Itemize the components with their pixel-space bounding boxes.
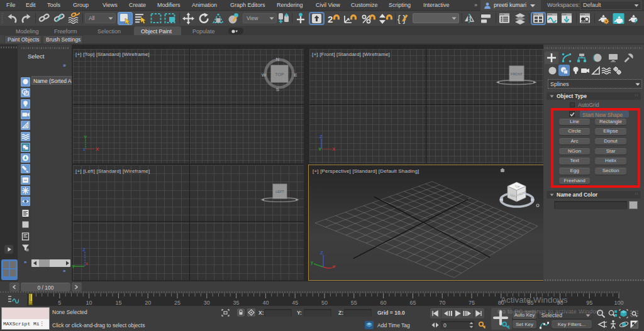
- svg-text:z: z: [83, 147, 86, 151]
- svg-text:TOP: TOP: [275, 72, 284, 77]
- svg-text:100: 100: [614, 300, 623, 306]
- svg-text:E: E: [294, 72, 297, 78]
- svg-text:X: X: [96, 146, 99, 152]
- svg-text:Y: Y: [318, 146, 322, 152]
- svg-text:45: 45: [292, 300, 298, 306]
- svg-text:55: 55: [351, 300, 357, 306]
- svg-text:75: 75: [469, 300, 475, 306]
- svg-text:Y: Y: [84, 134, 87, 140]
- svg-text:2: 2: [328, 14, 333, 24]
- svg-text:S: S: [276, 87, 280, 92]
- svg-text:25: 25: [174, 300, 180, 306]
- svg-text:50: 50: [321, 300, 328, 306]
- svg-text:Z: Z: [319, 134, 323, 139]
- svg-text:35: 35: [233, 300, 240, 306]
- svg-text:Z: Z: [320, 250, 323, 256]
- svg-text:65: 65: [409, 300, 416, 306]
- svg-text:5: 5: [58, 300, 61, 306]
- svg-text:30: 30: [204, 300, 210, 306]
- svg-text:20: 20: [145, 300, 151, 306]
- svg-text:15: 15: [115, 300, 121, 306]
- svg-text:10: 10: [86, 300, 92, 306]
- svg-text:W: W: [262, 72, 267, 78]
- svg-text:y: y: [311, 260, 313, 265]
- svg-text:N: N: [276, 57, 280, 62]
- svg-text:70: 70: [439, 300, 445, 306]
- svg-text:x: x: [86, 261, 88, 266]
- svg-text:60: 60: [380, 300, 387, 306]
- svg-text:X: X: [332, 146, 336, 152]
- svg-text:FRONT: FRONT: [511, 72, 523, 76]
- svg-text:95: 95: [586, 300, 592, 306]
- svg-text:40: 40: [262, 300, 269, 306]
- svg-text:Y: Y: [72, 264, 75, 269]
- svg-text:LEFT: LEFT: [275, 190, 284, 193]
- svg-text:Z: Z: [82, 247, 86, 252]
